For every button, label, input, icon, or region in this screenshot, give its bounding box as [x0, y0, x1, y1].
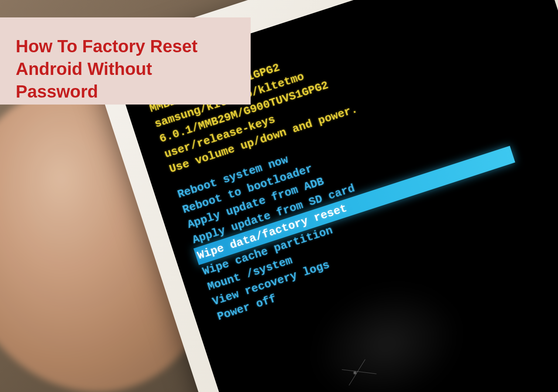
article-title: How To Factory Reset Android Without Pas… [16, 35, 235, 103]
article-title-card: How To Factory Reset Android Without Pas… [0, 17, 251, 105]
